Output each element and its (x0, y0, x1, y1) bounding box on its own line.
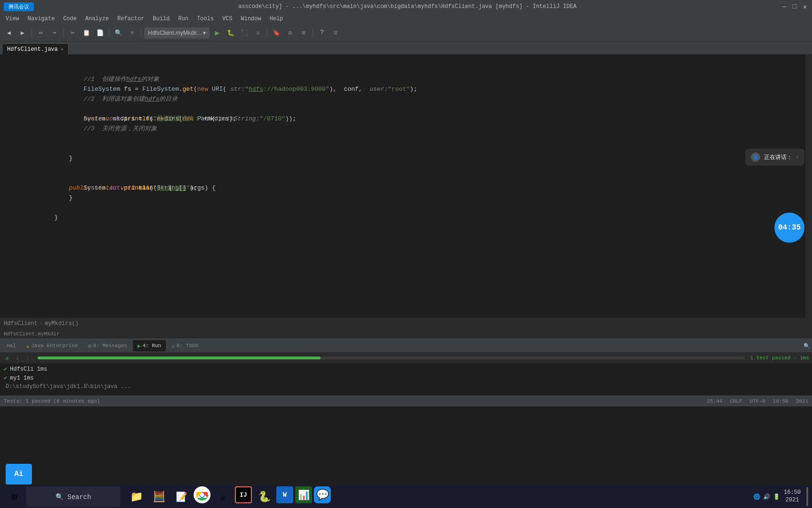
code-line: //2 利用该对象创建hdfs的目录 (25, 84, 802, 94)
redo-button[interactable]: ↪ (48, 27, 61, 39)
menu-build[interactable]: Build (149, 15, 173, 23)
task-chrome-icon[interactable] (194, 486, 211, 503)
test-status: Tests: 1 passed (6 minutes ago) (4, 398, 100, 404)
menu-refactor[interactable]: Refactor (114, 15, 148, 23)
test-item-2-label: my1 1ms (10, 375, 33, 381)
task-word-icon[interactable]: W (276, 486, 293, 503)
menu-window[interactable]: Window (237, 15, 265, 23)
code-line: FileSystem fs = FileSystem.get(new URI( … (25, 74, 802, 84)
taskbar-icons: 📁 🧮 📝 ☕ IJ 🐍 W 📊 💬 (126, 486, 331, 507)
code-line: } | (25, 183, 802, 193)
taskbar: ⊞ 🔍 Search 📁 🧮 📝 ☕ IJ 🐍 W 📊 💬 🌐 🔊 🔋 16:5… (0, 485, 812, 508)
filepath-label: HdfsClient.myMkdir (4, 331, 60, 337)
task-chat-icon[interactable]: 💬 (314, 486, 331, 503)
meeting-user-icon: 👤 (751, 152, 760, 162)
code-line: } (25, 203, 802, 213)
task-excel-icon[interactable]: 📊 (295, 486, 312, 503)
stop-button[interactable]: ⬛ (238, 27, 250, 39)
code-line: ● boolean mkdirs = fs.mkdirs(new Path( p… (25, 94, 802, 104)
test-summary: 1 test passed · 1ms (750, 355, 809, 361)
cut-button[interactable]: ✂ (67, 27, 79, 39)
task-intellij-icon[interactable]: IJ (235, 486, 252, 503)
minimize-button[interactable]: — (781, 3, 788, 10)
maximize-button[interactable]: □ (791, 3, 798, 10)
cursor-position: 25:44 (707, 398, 722, 404)
settings-button[interactable]: ⚙ (284, 27, 296, 39)
tab-hdfs-client[interactable]: HdfsClient.java ✕ (2, 43, 69, 55)
more-options-button[interactable]: ⋮ (23, 354, 32, 362)
task-notepad-icon[interactable]: 📝 (171, 486, 192, 507)
menu-navigate[interactable]: Navigate (24, 15, 59, 23)
close-button[interactable]: ✕ (802, 3, 808, 10)
tray-battery-icon: 🔋 (773, 493, 780, 500)
progress-bar-fill (38, 357, 320, 359)
editor-area: //1 创建操作hdfs的对象 FileSystem fs = FileSyst… (0, 55, 812, 318)
search-bottom-icon[interactable]: 🔍 (804, 343, 810, 349)
find-button[interactable]: ⌕ (126, 27, 138, 39)
code-line (25, 134, 802, 143)
run-config-selector[interactable]: HdfsClient.myMkdir... ▾ (144, 27, 210, 39)
coverage-button[interactable]: ◎ (252, 27, 264, 39)
tray-sound-icon: 🔊 (763, 493, 770, 500)
task-explorer-icon[interactable]: 📁 (126, 486, 147, 507)
code-line: System.out.println("hehhhhhh"); (25, 173, 802, 183)
bottom-tab-messages[interactable]: ⊡ 0: Messages (83, 340, 132, 351)
tencent-meeting-btn[interactable]: 腾讯会议 (4, 2, 34, 11)
tray-network-icon: 🌐 (753, 493, 760, 500)
tray-datetime: 16:50 2021 (784, 489, 801, 504)
meeting-status-label: 正在讲话： (764, 153, 792, 161)
bottom-tab-terminal[interactable]: nal (2, 340, 21, 351)
terminal-button[interactable]: ⊡ (329, 27, 342, 39)
run-button[interactable]: ▶ (211, 27, 223, 39)
task-java-icon[interactable]: ☕ (212, 486, 233, 507)
meeting-widget: 👤 正在讲话： › (745, 149, 804, 166)
menu-help[interactable]: Help (266, 15, 287, 23)
menu-tools[interactable]: Tools (193, 15, 218, 23)
system-tray: 🌐 🔊 🔋 16:50 2021 (753, 487, 808, 506)
help-button[interactable]: ? (316, 27, 328, 39)
task-calc-icon[interactable]: 🧮 (148, 486, 169, 507)
menu-run[interactable]: Run (174, 15, 192, 23)
back-button[interactable]: ◀ (3, 27, 15, 39)
bottom-tab-todo[interactable]: ☑ 6: TODO (167, 340, 203, 351)
menu-view[interactable]: View (2, 15, 23, 23)
menu-analyze[interactable]: Analyze (81, 15, 112, 23)
meeting-expand-icon[interactable]: › (796, 155, 799, 160)
undo-button[interactable]: ↩ (35, 27, 47, 39)
status-left: Tests: 1 passed (6 minutes ago) (4, 398, 100, 404)
forward-button[interactable]: ▶ (16, 27, 29, 39)
title-bar: 腾讯会议 asscode\city] - ...\myhdfs\src\main… (0, 0, 812, 13)
code-line: System.out.println("是否创建成功："+mkdirs); (25, 104, 802, 114)
tray-date-label: 2021 (784, 497, 801, 504)
code-editor[interactable]: //1 创建操作hdfs的对象 FileSystem fs = FileSyst… (21, 55, 805, 318)
debug-button[interactable]: 🐛 (225, 27, 237, 39)
ai-badge: Ai (6, 464, 32, 484)
breadcrumb-hdfs-client[interactable]: HdfsClient (4, 320, 38, 327)
rerun-button[interactable]: ↺ (3, 354, 11, 362)
task-python-icon[interactable]: 🐍 (254, 486, 274, 507)
scrollbar-vertical[interactable] (805, 55, 812, 318)
test-check-icon: ✔ (4, 365, 7, 373)
scroll-down-button[interactable]: ↓ (13, 354, 22, 362)
code-line (25, 124, 802, 134)
menu-code[interactable]: Code (59, 15, 80, 23)
paste-button[interactable]: 📄 (94, 27, 106, 39)
bottom-tab-run[interactable]: ▶ 4: Run (133, 340, 166, 351)
bottom-toolbar: ↺ ↓ ⋮ 1 test passed · 1ms (0, 352, 812, 364)
search-taskbar-button[interactable]: 🔍 Search (26, 486, 120, 507)
start-button[interactable]: ⊞ (4, 486, 24, 507)
toolbar: ◀ ▶ ↩ ↪ ✂ 📋 📄 🔍 ⌕ HdfsClient.myMkdir... … (0, 24, 812, 41)
command-line: D:\studySoft\java\jdk1.8\bin\java ... (4, 383, 808, 390)
bookmark-button[interactable]: 🔖 (270, 27, 282, 39)
layout-button[interactable]: ⊞ (297, 27, 310, 39)
tab-close-icon[interactable]: ✕ (61, 47, 63, 52)
bottom-tab-java-enterprise[interactable]: ☕ Java Enterprise (22, 340, 83, 351)
tray-icons: 🌐 🔊 🔋 (753, 493, 780, 500)
search-button[interactable]: 🔍 (112, 27, 125, 39)
test-item-1: ✔ HdfsCli 1ms (4, 365, 808, 373)
breadcrumb-method[interactable]: myMkdirs() (45, 320, 78, 327)
copy-button[interactable]: 📋 (80, 27, 93, 39)
menu-vcs[interactable]: VCS (219, 15, 236, 23)
show-desktop-button[interactable] (806, 487, 808, 506)
dropdown-icon: ▾ (203, 30, 206, 36)
